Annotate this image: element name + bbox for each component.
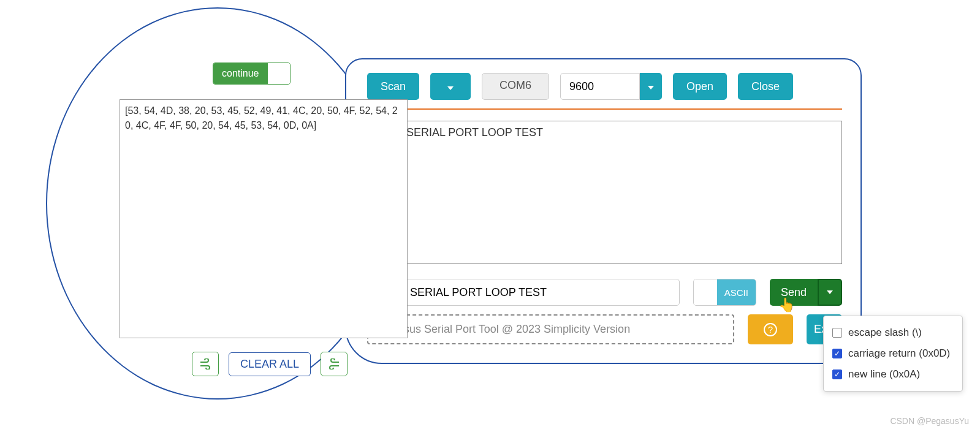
help-button[interactable]: ? <box>748 314 793 344</box>
hex-output-area[interactable]: [53, 54, 4D, 38, 20, 53, 45, 52, 49, 41,… <box>120 99 408 338</box>
scroll-right-button[interactable] <box>321 352 348 376</box>
close-button[interactable]: Close <box>738 73 793 100</box>
baud-rate-dropdown-button[interactable] <box>640 73 662 100</box>
option-new-line[interactable]: ✓ new line (0x0A) <box>832 364 954 385</box>
option-label: escape slash (\) <box>848 327 922 339</box>
checkbox-checked-icon: ✓ <box>832 349 842 358</box>
watermark: CSDN @PegasusYu <box>890 416 969 426</box>
question-icon: ? <box>764 323 777 336</box>
option-label: carriage return (0x0D) <box>848 347 950 360</box>
main-panel: Scan COM6 Open Close ASCII Send Pegasus … <box>345 58 862 364</box>
send-options-dropdown-button[interactable] <box>818 279 842 306</box>
footer-credits: Pegasus Serial Port Tool @ 2023 Simplici… <box>367 314 734 344</box>
scroll-left-button[interactable] <box>192 352 219 376</box>
send-input[interactable] <box>367 279 680 306</box>
caret-down-icon <box>648 86 654 89</box>
toolbar: Scan COM6 Open Close <box>367 73 842 100</box>
ascii-toggle-label: ASCII <box>717 279 756 305</box>
baud-rate-input[interactable] <box>560 73 640 100</box>
divider <box>367 108 842 110</box>
ascii-toggle-handle <box>694 279 717 305</box>
caret-down-icon <box>827 290 833 294</box>
option-label: new line (0x0A) <box>848 368 920 381</box>
baud-rate-group <box>560 73 662 100</box>
com-port-display: COM6 <box>482 73 549 100</box>
ascii-toggle[interactable]: ASCII <box>693 279 756 306</box>
open-button[interactable]: Open <box>673 73 727 100</box>
checkbox-icon <box>832 328 842 338</box>
option-carriage-return[interactable]: ✓ carriage return (0x0D) <box>832 343 954 364</box>
caret-down-icon <box>447 86 454 90</box>
checkbox-checked-icon: ✓ <box>832 369 842 379</box>
wind-left-icon <box>199 358 211 369</box>
send-options-popup: escape slash (\) ✓ carriage return (0x0D… <box>823 316 963 392</box>
clear-all-button[interactable]: CLEAR ALL <box>229 352 311 376</box>
scan-button[interactable]: Scan <box>367 73 419 100</box>
continue-toggle-handle <box>268 63 290 84</box>
continue-toggle[interactable]: continue <box>213 63 291 85</box>
continue-toggle-label: continue <box>213 63 268 84</box>
scan-dropdown-button[interactable] <box>430 73 471 100</box>
received-data-area[interactable] <box>367 121 842 264</box>
wind-right-icon <box>328 358 340 369</box>
send-button[interactable]: Send <box>770 279 818 306</box>
option-escape-slash[interactable]: escape slash (\) <box>832 322 954 343</box>
